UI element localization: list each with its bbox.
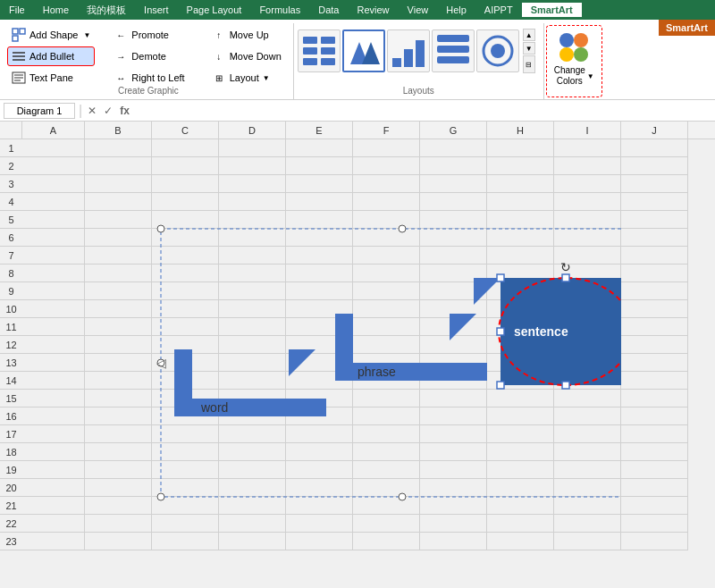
cell-B15[interactable] — [85, 390, 152, 407]
cell-D13[interactable] — [219, 354, 286, 372]
cell-F1[interactable] — [353, 139, 420, 157]
cell-F17[interactable] — [353, 425, 420, 443]
cell-G7[interactable] — [420, 247, 487, 265]
menu-formulas[interactable]: Formulas — [250, 3, 309, 17]
cell-F18[interactable] — [353, 443, 420, 461]
cell-G4[interactable] — [420, 193, 487, 211]
cell-G10[interactable] — [420, 300, 487, 318]
cell-B22[interactable] — [85, 515, 152, 533]
cell-A22[interactable] — [22, 515, 85, 533]
cell-D12[interactable] — [219, 336, 286, 354]
cell-reference-input[interactable] — [4, 103, 75, 119]
cell-I12[interactable] — [554, 336, 621, 354]
cell-C7[interactable] — [152, 247, 219, 265]
cell-I16[interactable] — [554, 407, 621, 425]
cell-A14[interactable] — [22, 372, 85, 390]
cell-F10[interactable] — [353, 300, 420, 318]
menu-data[interactable]: Data — [309, 3, 348, 17]
cell-D11[interactable] — [219, 318, 286, 336]
cell-F11[interactable] — [353, 318, 420, 336]
layout-scroll-up[interactable]: ▲ — [523, 29, 535, 41]
cell-E4[interactable] — [286, 193, 353, 211]
cell-D7[interactable] — [219, 247, 286, 265]
cell-D19[interactable] — [219, 461, 286, 479]
cell-I6[interactable] — [554, 229, 621, 247]
row-header-1[interactable]: 1 — [0, 139, 22, 157]
cancel-formula-icon[interactable]: ✕ — [86, 105, 98, 117]
cell-E19[interactable] — [286, 461, 353, 479]
cell-D9[interactable] — [219, 282, 286, 300]
cell-A10[interactable] — [22, 300, 85, 318]
menu-smartart[interactable]: SmartArt — [522, 3, 582, 17]
cell-G17[interactable] — [420, 425, 487, 443]
cell-D3[interactable] — [219, 175, 286, 193]
cell-C9[interactable] — [152, 282, 219, 300]
cell-B1[interactable] — [85, 139, 152, 157]
cell-F16[interactable] — [353, 407, 420, 425]
row-header-22[interactable]: 22 — [0, 515, 22, 533]
menu-my-template[interactable]: 我的模板 — [78, 2, 135, 19]
cell-B17[interactable] — [85, 425, 152, 443]
col-header-J[interactable]: J — [621, 122, 688, 139]
add-bullet-button[interactable]: Add Bullet — [7, 46, 95, 66]
cell-H21[interactable] — [487, 497, 554, 515]
change-colors-group[interactable]: ChangeColors ▼ — [546, 25, 602, 97]
cell-F13[interactable] — [353, 354, 420, 372]
row-header-18[interactable]: 18 — [0, 443, 22, 461]
row-header-8[interactable]: 8 — [0, 265, 22, 282]
cell-C10[interactable] — [152, 300, 219, 318]
cell-G14[interactable] — [420, 372, 487, 390]
cell-B5[interactable] — [85, 211, 152, 229]
cell-F23[interactable] — [353, 533, 420, 550]
cell-D21[interactable] — [219, 497, 286, 515]
cell-E23[interactable] — [286, 533, 353, 550]
cell-A13[interactable] — [22, 354, 85, 372]
cell-G1[interactable] — [420, 139, 487, 157]
cell-A19[interactable] — [22, 461, 85, 479]
cell-C20[interactable] — [152, 479, 219, 497]
cell-J21[interactable] — [621, 497, 688, 515]
cell-F15[interactable] — [353, 390, 420, 407]
cell-F8[interactable] — [353, 265, 420, 282]
move-up-button[interactable]: ↑ Move Up — [207, 25, 286, 45]
cell-I9[interactable] — [554, 282, 621, 300]
cell-E2[interactable] — [286, 157, 353, 175]
cell-I11[interactable] — [554, 318, 621, 336]
cell-E16[interactable] — [286, 407, 353, 425]
col-header-D[interactable]: D — [219, 122, 286, 139]
cell-C12[interactable] — [152, 336, 219, 354]
right-to-left-button[interactable]: ↔ Right to Left — [109, 68, 189, 88]
cell-D22[interactable] — [219, 515, 286, 533]
layout-item-2[interactable] — [342, 29, 385, 72]
cell-D16[interactable] — [219, 407, 286, 425]
cell-A4[interactable] — [22, 193, 85, 211]
cell-E9[interactable] — [286, 282, 353, 300]
cell-F3[interactable] — [353, 175, 420, 193]
cell-F12[interactable] — [353, 336, 420, 354]
cell-J12[interactable] — [621, 336, 688, 354]
cell-D6[interactable] — [219, 229, 286, 247]
cell-G2[interactable] — [420, 157, 487, 175]
add-shape-dropdown-icon[interactable]: ▼ — [83, 31, 90, 39]
cell-B21[interactable] — [85, 497, 152, 515]
cell-A3[interactable] — [22, 175, 85, 193]
cell-I15[interactable] — [554, 390, 621, 407]
cell-J5[interactable] — [621, 211, 688, 229]
cell-A17[interactable] — [22, 425, 85, 443]
cell-H8[interactable] — [487, 265, 554, 282]
cell-C17[interactable] — [152, 425, 219, 443]
cell-F22[interactable] — [353, 515, 420, 533]
menu-help[interactable]: Help — [437, 3, 475, 17]
cell-D2[interactable] — [219, 157, 286, 175]
promote-button[interactable]: ← Promote — [109, 25, 189, 45]
cell-E13[interactable] — [286, 354, 353, 372]
cell-D4[interactable] — [219, 193, 286, 211]
cell-E17[interactable] — [286, 425, 353, 443]
cell-D18[interactable] — [219, 443, 286, 461]
cell-E3[interactable] — [286, 175, 353, 193]
cell-J3[interactable] — [621, 175, 688, 193]
row-header-11[interactable]: 11 — [0, 318, 22, 336]
cell-I4[interactable] — [554, 193, 621, 211]
confirm-formula-icon[interactable]: ✓ — [102, 105, 114, 117]
cell-B23[interactable] — [85, 533, 152, 550]
